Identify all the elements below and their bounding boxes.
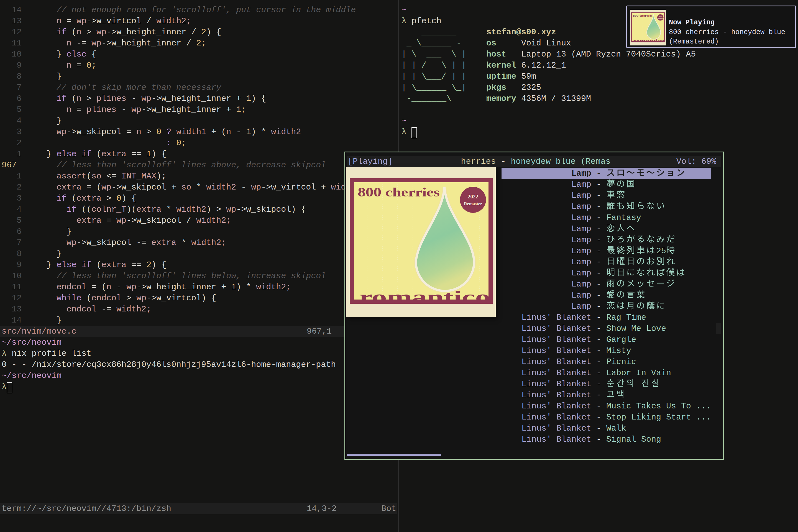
svg-text:Remaster: Remaster [464, 202, 482, 206]
svg-text:Remaster: Remaster [658, 18, 663, 19]
svg-text:800 cherries: 800 cherries [633, 14, 652, 17]
svg-text:romantico: romantico [359, 287, 490, 307]
svg-text:2022: 2022 [659, 16, 662, 17]
svg-text:romantico: romantico [633, 38, 665, 43]
svg-text:2022: 2022 [468, 194, 478, 200]
svg-text:800 cherries: 800 cherries [358, 185, 440, 199]
